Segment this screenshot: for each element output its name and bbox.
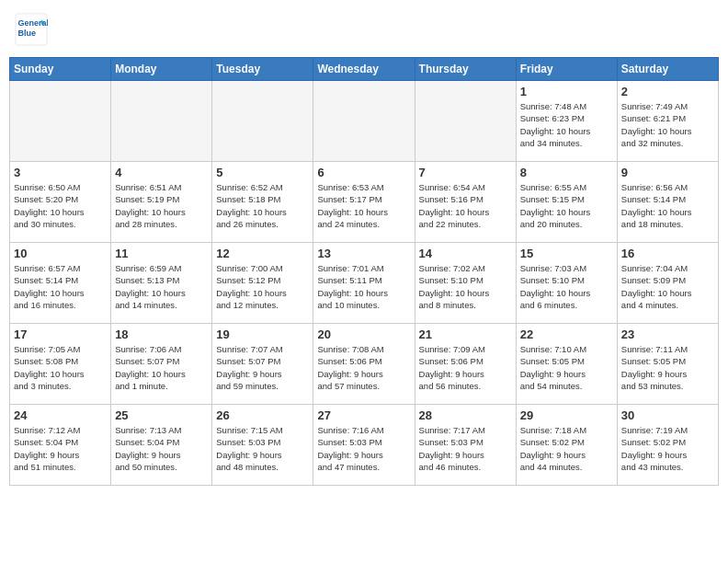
- day-number: 19: [216, 327, 309, 341]
- day-cell: 22Sunrise: 7:10 AM Sunset: 5:05 PM Dayli…: [516, 324, 617, 405]
- week-row-4: 17Sunrise: 7:05 AM Sunset: 5:08 PM Dayli…: [10, 324, 719, 405]
- week-row-3: 10Sunrise: 6:57 AM Sunset: 5:14 PM Dayli…: [10, 243, 719, 324]
- day-info: Sunrise: 7:06 AM Sunset: 5:07 PM Dayligh…: [115, 343, 208, 392]
- day-header-thursday: Thursday: [415, 58, 516, 81]
- day-cell: [212, 81, 313, 162]
- day-info: Sunrise: 6:54 AM Sunset: 5:16 PM Dayligh…: [419, 181, 512, 230]
- day-number: 21: [419, 327, 512, 341]
- day-info: Sunrise: 7:01 AM Sunset: 5:11 PM Dayligh…: [317, 262, 410, 311]
- day-number: 6: [317, 166, 410, 179]
- day-cell: 1Sunrise: 7:48 AM Sunset: 6:23 PM Daylig…: [516, 81, 617, 162]
- day-header-row: SundayMondayTuesdayWednesdayThursdayFrid…: [10, 58, 719, 81]
- day-number: 13: [317, 247, 410, 260]
- day-number: 4: [115, 166, 208, 179]
- day-info: Sunrise: 7:17 AM Sunset: 5:03 PM Dayligh…: [419, 424, 512, 473]
- week-row-5: 24Sunrise: 7:12 AM Sunset: 5:04 PM Dayli…: [10, 405, 719, 486]
- day-number: 29: [520, 408, 613, 422]
- week-row-2: 3Sunrise: 6:50 AM Sunset: 5:20 PM Daylig…: [10, 162, 719, 243]
- day-cell: 29Sunrise: 7:18 AM Sunset: 5:02 PM Dayli…: [516, 405, 617, 486]
- day-cell: 17Sunrise: 7:05 AM Sunset: 5:08 PM Dayli…: [10, 324, 111, 405]
- day-cell: 19Sunrise: 7:07 AM Sunset: 5:07 PM Dayli…: [212, 324, 313, 405]
- day-info: Sunrise: 6:50 AM Sunset: 5:20 PM Dayligh…: [14, 181, 107, 230]
- day-info: Sunrise: 7:00 AM Sunset: 5:12 PM Dayligh…: [216, 262, 309, 311]
- day-number: 5: [216, 166, 309, 179]
- day-cell: 23Sunrise: 7:11 AM Sunset: 5:05 PM Dayli…: [617, 324, 718, 405]
- day-header-friday: Friday: [516, 58, 617, 81]
- day-cell: 10Sunrise: 6:57 AM Sunset: 5:14 PM Dayli…: [10, 243, 111, 324]
- day-number: 18: [115, 327, 208, 341]
- day-cell: 16Sunrise: 7:04 AM Sunset: 5:09 PM Dayli…: [617, 243, 718, 324]
- day-info: Sunrise: 6:53 AM Sunset: 5:17 PM Dayligh…: [317, 181, 410, 230]
- day-cell: 2Sunrise: 7:49 AM Sunset: 6:21 PM Daylig…: [617, 81, 718, 162]
- calendar-body: 1Sunrise: 7:48 AM Sunset: 6:23 PM Daylig…: [10, 81, 719, 486]
- day-info: Sunrise: 7:02 AM Sunset: 5:10 PM Dayligh…: [419, 262, 512, 311]
- day-number: 11: [115, 247, 208, 260]
- day-header-sunday: Sunday: [10, 58, 111, 81]
- day-number: 14: [419, 247, 512, 260]
- day-number: 26: [216, 408, 309, 422]
- day-number: 7: [419, 166, 512, 179]
- day-number: 10: [14, 247, 107, 260]
- day-number: 23: [621, 327, 714, 341]
- day-info: Sunrise: 7:13 AM Sunset: 5:04 PM Dayligh…: [115, 424, 208, 473]
- day-number: 30: [621, 408, 714, 422]
- day-cell: [313, 81, 415, 162]
- day-info: Sunrise: 7:12 AM Sunset: 5:04 PM Dayligh…: [14, 424, 107, 473]
- day-cell: 11Sunrise: 6:59 AM Sunset: 5:13 PM Dayli…: [111, 243, 212, 324]
- day-cell: 5Sunrise: 6:52 AM Sunset: 5:18 PM Daylig…: [212, 162, 313, 243]
- day-header-saturday: Saturday: [617, 58, 718, 81]
- day-cell: 6Sunrise: 6:53 AM Sunset: 5:17 PM Daylig…: [313, 162, 415, 243]
- day-info: Sunrise: 6:59 AM Sunset: 5:13 PM Dayligh…: [115, 262, 208, 311]
- day-cell: 28Sunrise: 7:17 AM Sunset: 5:03 PM Dayli…: [415, 405, 516, 486]
- day-info: Sunrise: 7:16 AM Sunset: 5:03 PM Dayligh…: [317, 424, 410, 473]
- day-info: Sunrise: 7:08 AM Sunset: 5:06 PM Dayligh…: [317, 343, 410, 392]
- day-cell: 13Sunrise: 7:01 AM Sunset: 5:11 PM Dayli…: [313, 243, 415, 324]
- day-cell: 21Sunrise: 7:09 AM Sunset: 5:06 PM Dayli…: [415, 324, 516, 405]
- day-cell: 20Sunrise: 7:08 AM Sunset: 5:06 PM Dayli…: [313, 324, 415, 405]
- day-cell: 27Sunrise: 7:16 AM Sunset: 5:03 PM Dayli…: [313, 405, 415, 486]
- day-header-monday: Monday: [111, 58, 212, 81]
- day-info: Sunrise: 7:04 AM Sunset: 5:09 PM Dayligh…: [621, 262, 714, 311]
- day-number: 16: [621, 247, 714, 260]
- day-number: 20: [317, 327, 410, 341]
- header: General Blue: [9, 9, 719, 50]
- day-info: Sunrise: 6:57 AM Sunset: 5:14 PM Dayligh…: [14, 262, 107, 311]
- day-cell: 25Sunrise: 7:13 AM Sunset: 5:04 PM Dayli…: [111, 405, 212, 486]
- day-number: 27: [317, 408, 410, 422]
- day-cell: 3Sunrise: 6:50 AM Sunset: 5:20 PM Daylig…: [10, 162, 111, 243]
- day-number: 8: [520, 166, 613, 179]
- day-number: 12: [216, 247, 309, 260]
- day-cell: 15Sunrise: 7:03 AM Sunset: 5:10 PM Dayli…: [516, 243, 617, 324]
- day-cell: 26Sunrise: 7:15 AM Sunset: 5:03 PM Dayli…: [212, 405, 313, 486]
- day-info: Sunrise: 7:18 AM Sunset: 5:02 PM Dayligh…: [520, 424, 613, 473]
- day-number: 9: [621, 166, 714, 179]
- day-info: Sunrise: 7:11 AM Sunset: 5:05 PM Dayligh…: [621, 343, 714, 392]
- day-number: 3: [14, 166, 107, 179]
- calendar-table: SundayMondayTuesdayWednesdayThursdayFrid…: [9, 57, 719, 486]
- logo-icon: General Blue: [15, 13, 48, 46]
- day-info: Sunrise: 7:49 AM Sunset: 6:21 PM Dayligh…: [621, 100, 714, 149]
- day-info: Sunrise: 7:15 AM Sunset: 5:03 PM Dayligh…: [216, 424, 309, 473]
- svg-text:Blue: Blue: [18, 29, 37, 38]
- day-info: Sunrise: 6:52 AM Sunset: 5:18 PM Dayligh…: [216, 181, 309, 230]
- day-header-tuesday: Tuesday: [212, 58, 313, 81]
- day-cell: 14Sunrise: 7:02 AM Sunset: 5:10 PM Dayli…: [415, 243, 516, 324]
- day-info: Sunrise: 6:51 AM Sunset: 5:19 PM Dayligh…: [115, 181, 208, 230]
- day-cell: 9Sunrise: 6:56 AM Sunset: 5:14 PM Daylig…: [617, 162, 718, 243]
- day-cell: 18Sunrise: 7:06 AM Sunset: 5:07 PM Dayli…: [111, 324, 212, 405]
- day-cell: 7Sunrise: 6:54 AM Sunset: 5:16 PM Daylig…: [415, 162, 516, 243]
- day-cell: 12Sunrise: 7:00 AM Sunset: 5:12 PM Dayli…: [212, 243, 313, 324]
- day-info: Sunrise: 7:10 AM Sunset: 5:05 PM Dayligh…: [520, 343, 613, 392]
- day-cell: [10, 81, 111, 162]
- day-cell: 8Sunrise: 6:55 AM Sunset: 5:15 PM Daylig…: [516, 162, 617, 243]
- day-cell: [415, 81, 516, 162]
- day-cell: 30Sunrise: 7:19 AM Sunset: 5:02 PM Dayli…: [617, 405, 718, 486]
- day-info: Sunrise: 7:07 AM Sunset: 5:07 PM Dayligh…: [216, 343, 309, 392]
- day-number: 17: [14, 327, 107, 341]
- day-number: 22: [520, 327, 613, 341]
- day-number: 25: [115, 408, 208, 422]
- day-cell: 4Sunrise: 6:51 AM Sunset: 5:19 PM Daylig…: [111, 162, 212, 243]
- day-info: Sunrise: 7:05 AM Sunset: 5:08 PM Dayligh…: [14, 343, 107, 392]
- day-number: 24: [14, 408, 107, 422]
- day-info: Sunrise: 7:09 AM Sunset: 5:06 PM Dayligh…: [419, 343, 512, 392]
